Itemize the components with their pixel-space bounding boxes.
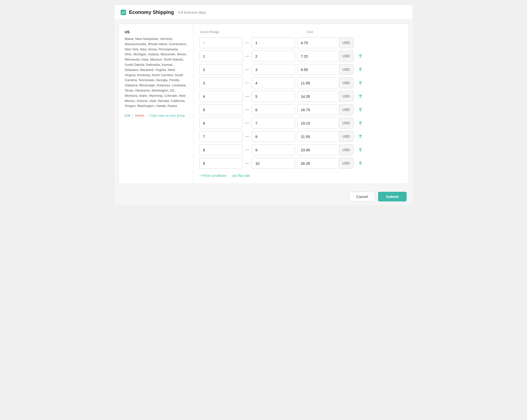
range-to-input[interactable] (252, 64, 295, 75)
range-to-input[interactable] (252, 144, 295, 155)
rate-row: —USD (199, 91, 402, 102)
range-to-input[interactable] (252, 77, 295, 88)
copy-rules-link[interactable]: Copy rules as new group (149, 114, 185, 117)
delete-link[interactable]: Delete (135, 114, 144, 117)
footer: Cancel Submit (115, 188, 413, 205)
currency-badge: USD (339, 104, 354, 115)
delete-row-button[interactable] (356, 146, 364, 154)
header-checkbox[interactable] (121, 10, 126, 15)
range-from-input[interactable] (199, 144, 243, 155)
header-title: Economy Shipping (129, 9, 174, 15)
range-dash: — (245, 81, 250, 85)
add-price-conditions-button[interactable]: + Price conditions (199, 174, 227, 178)
delete-row-button[interactable] (356, 79, 364, 87)
cost-input[interactable] (297, 64, 337, 75)
cost-input[interactable] (297, 144, 337, 155)
range-to-input[interactable] (252, 131, 295, 142)
rate-row: —USD (199, 51, 402, 62)
rate-row: —USD (199, 144, 402, 155)
currency-badge: USD (339, 131, 354, 142)
currency-badge: USD (339, 37, 354, 48)
range-from-input[interactable] (199, 131, 243, 142)
range-dash: — (245, 107, 250, 112)
count-range-label: Count Range (200, 30, 219, 34)
rate-row: —USD (199, 158, 402, 169)
region-states: Maine, New Hampshire, Vermont, Massachus… (125, 36, 187, 109)
cancel-button[interactable]: Cancel (349, 192, 375, 201)
page-wrapper: Economy Shipping 5-8 business days US Ma… (115, 5, 413, 205)
range-dash: — (245, 67, 250, 72)
column-headers: Count Range Cost (199, 30, 402, 34)
delete-row-button[interactable] (356, 92, 364, 100)
currency-badge: USD (339, 77, 354, 88)
range-to-input[interactable] (252, 91, 295, 102)
edit-link[interactable]: Edit (125, 114, 130, 117)
range-dash: — (245, 161, 250, 165)
range-dash: — (245, 148, 250, 152)
cost-input[interactable] (297, 37, 337, 48)
delete-row-button[interactable] (356, 159, 364, 167)
currency-badge: USD (339, 51, 354, 62)
range-dash: — (245, 94, 250, 98)
delete-row-button[interactable] (356, 132, 364, 140)
range-dash: — (245, 54, 250, 58)
rate-row: —USD (199, 37, 402, 48)
range-to-input[interactable] (252, 118, 295, 129)
currency-badge: USD (339, 64, 354, 75)
cost-input[interactable] (297, 158, 337, 169)
range-from-input[interactable] (199, 158, 243, 169)
range-dash: — (245, 40, 250, 45)
currency-badge: USD (339, 118, 354, 129)
range-to-input[interactable] (252, 104, 295, 115)
use-flat-rate-button[interactable]: use flat rate (232, 174, 250, 178)
rate-row: —USD (199, 77, 402, 88)
rate-row: —USD (199, 118, 402, 129)
range-to-input[interactable] (252, 51, 295, 62)
action-links: Edit | Delete | Copy rules as new group (125, 114, 187, 117)
range-from-input[interactable] (199, 37, 243, 48)
cost-input[interactable] (297, 91, 337, 102)
currency-badge: USD (339, 158, 354, 169)
range-from-input[interactable] (199, 91, 243, 102)
rate-row: —USD (199, 131, 402, 142)
main-content: US Maine, New Hampshire, Vermont, Massac… (119, 24, 409, 184)
range-dash: — (245, 134, 250, 139)
separator-2: | (146, 114, 147, 117)
range-from-input[interactable] (199, 64, 243, 75)
delete-row-button[interactable] (356, 106, 364, 114)
left-panel: US Maine, New Hampshire, Vermont, Massac… (119, 24, 193, 184)
rate-row: —USD (199, 64, 402, 75)
cost-input[interactable] (297, 104, 337, 115)
rate-rows-container: —USD—USD —USD —USD —USD —USD —USD —USD —… (199, 37, 402, 169)
delete-row-button[interactable] (356, 65, 364, 73)
bottom-actions: + Price conditions use flat rate (199, 173, 402, 178)
range-from-input[interactable] (199, 51, 243, 62)
range-from-input[interactable] (199, 104, 243, 115)
cost-input[interactable] (297, 77, 337, 88)
range-from-input[interactable] (199, 77, 243, 88)
delete-row-button[interactable] (356, 52, 364, 60)
range-dash: — (245, 121, 250, 125)
right-panel: Count Range Cost —USD—USD —USD —USD —USD… (193, 24, 408, 184)
separator-1: | (132, 114, 133, 117)
delete-row-button[interactable] (356, 119, 364, 127)
header: Economy Shipping 5-8 business days (115, 5, 413, 20)
rate-row: —USD (199, 104, 402, 115)
range-to-input[interactable] (252, 37, 295, 48)
cost-input[interactable] (297, 131, 337, 142)
cost-input[interactable] (297, 118, 337, 129)
range-to-input[interactable] (252, 158, 295, 169)
range-from-input[interactable] (199, 118, 243, 129)
cost-input[interactable] (297, 51, 337, 62)
cost-label: Cost (307, 30, 313, 34)
currency-badge: USD (339, 144, 354, 155)
region-title: US (125, 30, 187, 34)
currency-badge: USD (339, 91, 354, 102)
header-subtitle: 5-8 business days (178, 10, 206, 14)
submit-button[interactable]: Submit (378, 192, 407, 201)
col-range-header: Count Range (200, 30, 305, 34)
